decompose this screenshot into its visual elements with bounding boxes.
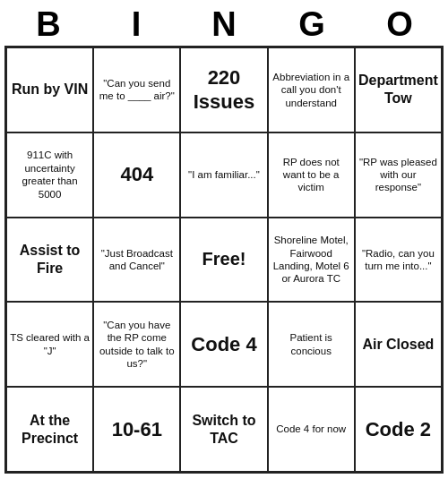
bingo-cell-16: "Can you have the RP come outside to tal…	[93, 302, 180, 387]
bingo-cell-19: Air Closed	[355, 302, 442, 387]
bingo-cell-8: RP does not want to be a victim	[268, 132, 355, 218]
bingo-cell-17: Code 4	[180, 302, 267, 387]
bingo-cell-23: Code 4 for now	[268, 387, 355, 472]
bingo-cell-21: 10-61	[93, 387, 180, 472]
letter-o: O	[359, 5, 440, 44]
letter-n: N	[184, 5, 264, 44]
bingo-cell-10: Assist to Fire	[6, 218, 93, 303]
bingo-cell-2: 220 Issues	[180, 47, 267, 132]
bingo-grid: Run by VIN"Can you send me to ____ air?"…	[4, 46, 444, 474]
bingo-cell-11: "Just Broadcast and Cancel"	[93, 218, 180, 303]
bingo-header: B I N G O	[4, 5, 444, 44]
bingo-cell-3: Abbreviation in a call you don't underst…	[268, 47, 355, 132]
letter-g: G	[271, 5, 352, 44]
bingo-cell-24: Code 2	[355, 387, 442, 472]
bingo-cell-12: Free!	[180, 218, 267, 303]
letter-i: I	[96, 5, 177, 44]
bingo-cell-20: At the Precinct	[6, 387, 93, 472]
bingo-cell-18: Patient is concious	[268, 302, 355, 387]
bingo-cell-22: Switch to TAC	[180, 387, 267, 472]
bingo-cell-0: Run by VIN	[6, 47, 93, 132]
bingo-cell-15: TS cleared with a "J"	[6, 302, 93, 387]
bingo-cell-13: Shoreline Motel, Fairwood Landing, Motel…	[268, 218, 355, 303]
bingo-cell-4: Department Tow	[355, 47, 442, 132]
bingo-cell-9: "RP was pleased with our response"	[355, 132, 442, 218]
bingo-cell-1: "Can you send me to ____ air?"	[93, 47, 180, 132]
bingo-cell-6: 404	[93, 132, 180, 218]
letter-b: B	[8, 5, 89, 44]
bingo-cell-14: "Radio, can you turn me into..."	[355, 218, 442, 303]
bingo-cell-5: 911C with uncertainty greater than 5000	[6, 132, 93, 218]
bingo-cell-7: "I am familiar..."	[180, 132, 267, 218]
